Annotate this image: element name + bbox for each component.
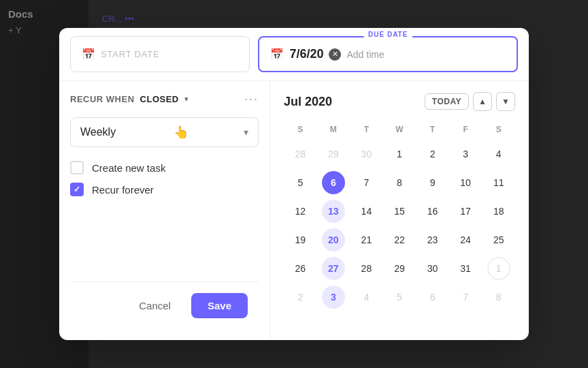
day-cell[interactable]: 3 — [454, 142, 477, 166]
calendar-day[interactable]: 1 — [383, 140, 416, 168]
cancel-button[interactable]: Cancel — [127, 293, 183, 318]
calendar-day[interactable]: 4 — [482, 140, 515, 168]
day-cell[interactable]: 1 — [388, 142, 411, 166]
day-cell[interactable]: 11 — [487, 171, 510, 194]
save-button[interactable]: Save — [191, 293, 248, 318]
day-cell[interactable]: 2 — [289, 286, 312, 309]
create-new-task-checkbox[interactable] — [70, 161, 84, 174]
day-cell[interactable]: 29 — [388, 257, 411, 280]
day-cell[interactable]: 30 — [421, 257, 444, 280]
recur-forever-checkbox[interactable] — [70, 183, 84, 196]
day-cell[interactable]: 15 — [388, 200, 411, 223]
day-cell[interactable]: 13 — [322, 200, 345, 223]
calendar-day[interactable]: 23 — [416, 226, 449, 254]
day-cell[interactable]: 27 — [322, 257, 345, 280]
day-cell[interactable]: 5 — [289, 171, 312, 194]
day-cell[interactable]: 3 — [322, 286, 345, 309]
day-cell[interactable]: 20 — [322, 228, 345, 251]
calendar-day[interactable]: 28 — [284, 140, 317, 168]
calendar-day[interactable]: 8 — [383, 168, 416, 197]
day-cell[interactable]: 29 — [322, 142, 345, 166]
day-cell[interactable]: 28 — [355, 257, 378, 280]
day-cell[interactable]: 26 — [289, 257, 312, 280]
day-cell[interactable]: 7 — [355, 171, 378, 194]
calendar-day[interactable]: 4 — [350, 283, 383, 311]
today-button[interactable]: TODAY — [425, 93, 469, 110]
calendar-day[interactable]: 29 — [383, 254, 416, 283]
frequency-select[interactable]: Weekly 👆 ▾ — [70, 117, 259, 147]
calendar-day[interactable]: 20 — [317, 226, 350, 254]
day-cell[interactable]: 21 — [355, 228, 378, 251]
day-cell[interactable]: 17 — [454, 200, 477, 223]
day-cell[interactable]: 2 — [421, 142, 444, 166]
day-cell[interactable]: 12 — [289, 200, 312, 223]
calendar-day[interactable]: 30 — [416, 254, 449, 283]
calendar-day[interactable]: 18 — [482, 197, 515, 226]
calendar-day[interactable]: 29 — [317, 140, 350, 168]
calendar-day[interactable]: 31 — [449, 254, 483, 283]
calendar-day[interactable]: 14 — [350, 197, 383, 226]
calendar-day[interactable]: 2 — [284, 283, 317, 311]
day-cell[interactable]: 6 — [322, 171, 345, 194]
add-time-button[interactable]: Add time — [346, 49, 384, 60]
calendar-day[interactable]: 22 — [383, 226, 416, 254]
calendar-day[interactable]: 7 — [350, 168, 383, 197]
calendar-day[interactable]: 28 — [350, 254, 383, 283]
calendar-day[interactable]: 16 — [416, 197, 449, 226]
calendar-day[interactable]: 9 — [416, 168, 449, 197]
day-cell[interactable]: 8 — [388, 171, 411, 194]
calendar-day[interactable]: 30 — [350, 140, 383, 168]
day-cell[interactable]: 5 — [388, 286, 411, 309]
calendar-day[interactable]: 17 — [449, 197, 483, 226]
calendar-day[interactable]: 3 — [449, 140, 483, 168]
recur-more-button[interactable]: ··· — [244, 92, 259, 106]
day-cell[interactable]: 4 — [355, 286, 378, 309]
recur-forever-option[interactable]: Recur forever — [70, 183, 259, 196]
day-cell[interactable]: 22 — [388, 228, 411, 251]
due-date-field[interactable]: DUE DATE 📅 7/6/20 ✕ Add time — [258, 36, 518, 72]
calendar-day[interactable]: 25 — [482, 226, 515, 254]
calendar-day[interactable]: 12 — [284, 197, 317, 226]
clear-due-date-button[interactable]: ✕ — [329, 48, 341, 61]
next-month-button[interactable]: ▼ — [496, 92, 515, 111]
create-new-task-option[interactable]: Create new task — [70, 161, 259, 174]
start-date-field[interactable]: 📅 START DATE — [70, 36, 250, 72]
calendar-day[interactable]: 5 — [284, 168, 317, 197]
calendar-day[interactable]: 27 — [317, 254, 350, 283]
day-cell[interactable]: 8 — [487, 286, 510, 309]
calendar-day[interactable]: 26 — [284, 254, 317, 283]
calendar-day[interactable]: 24 — [449, 226, 483, 254]
calendar-day[interactable]: 7 — [449, 283, 483, 311]
day-cell[interactable]: 31 — [454, 257, 477, 280]
calendar-day[interactable]: 19 — [284, 226, 317, 254]
day-cell[interactable]: 28 — [289, 142, 312, 166]
day-cell[interactable]: 4 — [487, 142, 510, 166]
day-cell[interactable]: 14 — [355, 200, 378, 223]
day-cell[interactable]: 30 — [355, 142, 378, 166]
day-cell[interactable]: 18 — [487, 200, 510, 223]
calendar-day[interactable]: 1 — [482, 254, 515, 283]
calendar-day[interactable]: 3 — [317, 283, 350, 311]
recur-chevron-icon[interactable]: ▾ — [184, 95, 189, 104]
calendar-day[interactable]: 6 — [317, 168, 350, 197]
prev-month-button[interactable]: ▲ — [473, 92, 492, 111]
calendar-day[interactable]: 8 — [482, 283, 515, 311]
day-cell[interactable]: 6 — [421, 286, 444, 309]
day-cell[interactable]: 9 — [421, 171, 444, 194]
calendar-day[interactable]: 15 — [383, 197, 416, 226]
day-cell[interactable]: 7 — [454, 286, 477, 309]
day-cell[interactable]: 23 — [421, 228, 444, 251]
calendar-day[interactable]: 2 — [416, 140, 449, 168]
calendar-day[interactable]: 5 — [383, 283, 416, 311]
day-cell[interactable]: 24 — [454, 228, 477, 251]
calendar-day[interactable]: 11 — [482, 168, 515, 197]
calendar-day[interactable]: 13 — [317, 197, 350, 226]
day-cell[interactable]: 10 — [454, 171, 477, 194]
calendar-day[interactable]: 21 — [350, 226, 383, 254]
day-cell[interactable]: 19 — [289, 228, 312, 251]
calendar-day[interactable]: 6 — [416, 283, 449, 311]
day-cell[interactable]: 16 — [421, 200, 444, 223]
calendar-day[interactable]: 10 — [449, 168, 483, 197]
day-cell[interactable]: 1 — [487, 257, 510, 280]
day-cell[interactable]: 25 — [487, 228, 510, 251]
